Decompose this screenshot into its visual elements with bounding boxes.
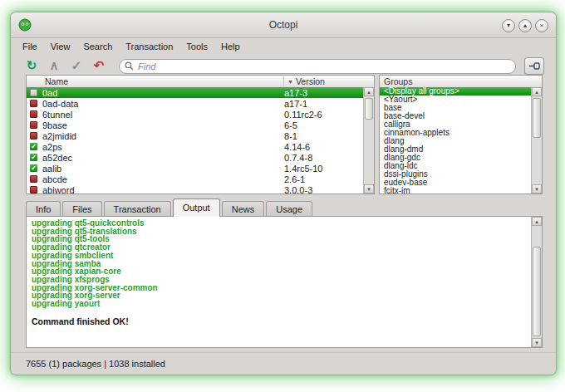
installed-check-icon: ✓ <box>30 164 37 172</box>
package-name: 0ad <box>42 88 284 98</box>
output-lines: upgrading qt5-quickcontrolsupgrading qt5… <box>27 219 531 347</box>
minimize-button[interactable]: ▾ <box>502 19 515 32</box>
package-row[interactable]: 9base6-5 <box>27 120 363 130</box>
menu-transaction[interactable]: Transaction <box>119 40 179 53</box>
package-row[interactable]: 0ad-dataa17-1 <box>27 98 363 109</box>
package-version: a17-3 <box>284 88 363 98</box>
group-item[interactable]: dlang <box>380 137 531 145</box>
package-version: 2.6-1 <box>284 174 363 184</box>
scroll-up-icon[interactable]: ▲ <box>364 87 374 96</box>
groups-header: Groups <box>380 76 542 88</box>
commit-icon: ✓ <box>71 58 82 73</box>
package-scrollbar[interactable]: ▲ ▼ <box>363 87 374 194</box>
group-item[interactable]: base <box>380 104 531 112</box>
package-row[interactable]: ✓aalib1.4rc5-10 <box>27 163 363 174</box>
package-version: 3.0.0-3 <box>284 185 363 194</box>
package-name: a2ps <box>42 142 284 152</box>
menu-tools[interactable]: Tools <box>179 40 214 53</box>
package-row[interactable]: abcde2.6-1 <box>27 174 363 184</box>
scroll-thumb[interactable] <box>533 98 541 138</box>
installed-check-icon: ✓ <box>30 154 37 161</box>
package-name: 0ad-data <box>42 99 284 109</box>
sync-database-button[interactable]: ↻ <box>22 57 41 74</box>
menu-file[interactable]: File <box>16 40 44 53</box>
tab-output[interactable]: Output <box>173 198 220 217</box>
scroll-up-icon[interactable]: ▲ <box>532 217 542 226</box>
toolbar-buttons: ↻∧✓↶ <box>22 57 112 74</box>
tab-usage[interactable]: Usage <box>266 201 312 217</box>
scroll-down-icon[interactable]: ▼ <box>532 338 542 347</box>
find-wrap <box>119 58 516 74</box>
package-version: 4.14-6 <box>284 142 363 152</box>
group-item[interactable]: dlang-ldc <box>380 162 531 170</box>
groups-scrollbar[interactable]: ▲ ▼ <box>531 87 542 194</box>
scroll-thumb[interactable] <box>533 247 541 336</box>
groups-panel: Groups <Display all groups><Yaourt>baseb… <box>379 75 543 194</box>
package-row[interactable]: a2jmidid8-1 <box>27 130 363 141</box>
groups-header-label: Groups <box>380 76 412 86</box>
package-name: 9base <box>42 120 284 130</box>
tab-info[interactable]: Info <box>26 201 61 217</box>
output-scrollbar[interactable]: ▲ ▼ <box>531 217 542 347</box>
package-row[interactable]: 0ada17-3 <box>27 87 363 98</box>
status-text: 7655 (1) packages | 1038 installed <box>26 359 165 369</box>
output-line: upgrading yaourt <box>27 300 531 308</box>
package-name: abiword <box>42 185 284 194</box>
group-item[interactable]: calligra <box>380 120 531 129</box>
column-version[interactable]: ▼ Version <box>283 76 374 86</box>
output-line: upgrading xorg-server <box>27 292 531 300</box>
scroll-thumb[interactable] <box>365 98 373 120</box>
package-row[interactable]: ✓a2ps4.14-6 <box>27 141 363 152</box>
tab-files[interactable]: Files <box>62 201 101 217</box>
package-table-header[interactable]: Name ▼ Version <box>27 76 374 88</box>
detail-tabs: InfoFilesTransactionOutputNewsUsage <box>26 198 314 217</box>
groups-list: <Display all groups><Yaourt>basebase-dev… <box>380 87 531 194</box>
package-status-icon <box>30 121 37 129</box>
package-row[interactable]: abiword3.0.0-3 <box>27 184 363 194</box>
package-version: 0.7.4-8 <box>284 153 363 163</box>
group-item[interactable]: dlang-dmd <box>380 145 531 154</box>
options-button[interactable] <box>524 57 544 75</box>
commit-button[interactable]: ✓ <box>67 57 86 74</box>
package-row[interactable]: 6tunnel0.11rc2-6 <box>27 109 363 120</box>
group-item[interactable]: eudev-base <box>380 179 531 187</box>
close-button[interactable]: × <box>535 19 548 32</box>
package-row[interactable]: ✓a52dec0.7.4-8 <box>27 152 363 163</box>
package-version: 6-5 <box>284 120 363 130</box>
output-pane: upgrading qt5-quickcontrolsupgrading qt5… <box>26 216 543 348</box>
tab-transaction[interactable]: Transaction <box>104 201 171 217</box>
scroll-up-icon[interactable]: ▲ <box>532 87 542 96</box>
scroll-down-icon[interactable]: ▼ <box>532 184 542 194</box>
menu-bar: FileViewSearchTransactionToolsHelp <box>11 37 556 55</box>
package-status-icon <box>30 89 37 96</box>
group-item[interactable]: base-devel <box>380 112 531 120</box>
tab-news[interactable]: News <box>222 201 265 217</box>
package-name: a52dec <box>42 153 284 163</box>
menu-help[interactable]: Help <box>214 40 247 53</box>
search-icon <box>125 61 134 71</box>
title-bar[interactable]: Octopi ▾▴× <box>11 12 556 38</box>
toolbar: ↻∧✓↶ <box>11 55 556 76</box>
package-status-icon <box>30 132 37 140</box>
package-status-icon <box>30 100 37 107</box>
group-item[interactable]: dssi-plugins <box>380 170 531 179</box>
maximize-button[interactable]: ▴ <box>518 19 532 32</box>
group-item[interactable]: <Yaourt> <box>380 96 531 104</box>
menu-search[interactable]: Search <box>76 40 119 53</box>
system-upgrade-button[interactable]: ∧ <box>45 57 63 74</box>
status-bar: 7655 (1) packages | 1038 installed <box>11 352 556 375</box>
group-item[interactable]: fcitx-im <box>380 187 531 194</box>
rollback-button[interactable]: ↶ <box>90 57 108 74</box>
package-version: 1.4rc5-10 <box>284 164 363 174</box>
column-name[interactable]: Name <box>27 76 283 86</box>
window-title: Octopi <box>11 19 556 31</box>
find-input[interactable] <box>119 59 516 74</box>
group-item[interactable]: cinnamon-applets <box>380 129 531 137</box>
scroll-down-icon[interactable]: ▼ <box>364 184 374 194</box>
package-version: 8-1 <box>284 131 363 141</box>
group-item[interactable]: dlang-gdc <box>380 154 531 162</box>
connector-icon <box>529 62 540 70</box>
group-item[interactable]: <Display all groups> <box>380 87 531 96</box>
screen: Octopi ▾▴× FileViewSearchTransactionTool… <box>0 0 565 392</box>
menu-view[interactable]: View <box>44 40 77 53</box>
